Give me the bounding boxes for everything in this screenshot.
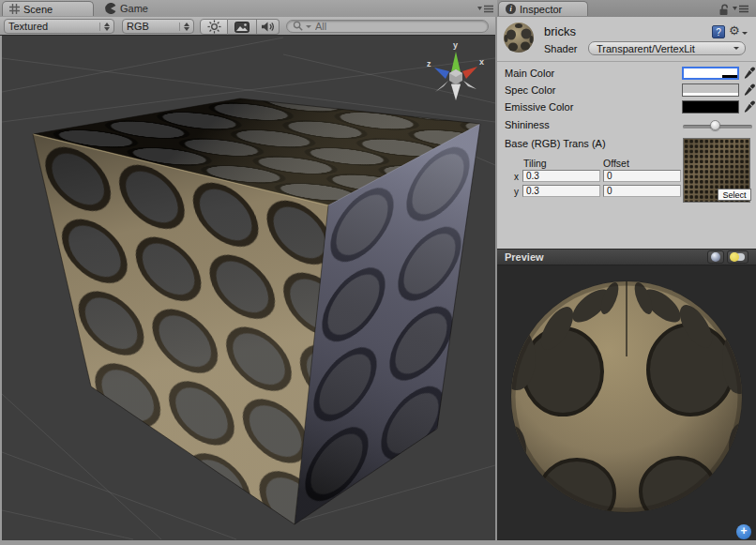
preview-title: Preview (505, 251, 707, 263)
help-icon[interactable]: ? (712, 25, 725, 38)
grid-icon (9, 4, 20, 14)
updown-arrows-icon (179, 23, 189, 31)
inspector-body: bricks Shader Transparent/VertexLit ? ⚙ … (497, 17, 756, 249)
tiling-y-label: y (514, 187, 519, 197)
tiling-y-field[interactable] (522, 185, 600, 197)
search-input[interactable] (313, 20, 482, 33)
scene-tabbar: Scene Game (0, 0, 497, 17)
magnifier-icon (293, 21, 304, 32)
tab-inspector[interactable]: i Inspector (498, 1, 588, 16)
gizmo-x-label: x (479, 57, 484, 67)
offset-x-field[interactable] (603, 170, 681, 182)
tab-game[interactable]: Game (98, 1, 156, 16)
scene-search[interactable] (286, 20, 489, 33)
gizmo-x-cone (462, 67, 477, 79)
inspector-panel-menu-icon[interactable] (733, 5, 749, 13)
preview-header[interactable]: Preview (497, 249, 756, 265)
separator (497, 61, 756, 62)
shader-value: Transparent/VertexLit (597, 43, 733, 54)
lamp-icon (730, 252, 746, 262)
tab-scene[interactable]: Scene (2, 1, 94, 16)
tiling-x-label: x (514, 172, 519, 182)
color-mode-value: RGB (127, 21, 175, 32)
eyedropper-icon[interactable] (743, 100, 755, 114)
gizmo-y-label: y (453, 40, 458, 50)
spec-color-label: Spec Color (505, 84, 555, 96)
gear-dropdown-arrow-icon[interactable] (742, 32, 748, 35)
preview-lighting-button[interactable] (727, 250, 748, 264)
gizmo-z-cone (434, 68, 449, 79)
textured-cube (33, 98, 480, 524)
tab-scene-label: Scene (23, 2, 53, 17)
panel-menu-icon (733, 5, 749, 13)
spec-color-well[interactable] (682, 83, 739, 97)
base-map-label: Base (RGB) Trans (A) (505, 138, 606, 149)
tiling-x-field[interactable] (522, 170, 600, 182)
sphere-icon (711, 252, 720, 262)
shininess-label: Shininess (505, 119, 550, 130)
search-filter-arrow-icon[interactable] (306, 25, 311, 28)
orientation-gizmo[interactable]: y x z (424, 38, 488, 103)
info-icon: i (506, 4, 516, 14)
material-preview-icon (503, 22, 535, 53)
sun-icon (207, 20, 221, 34)
audio-toggle-button[interactable] (257, 19, 280, 35)
scene-viewport[interactable]: y x z (2, 36, 495, 540)
texture-select-button[interactable]: Select (718, 189, 751, 201)
unity-editor-window: Scene Game i Inspector Textured RGB (0, 0, 756, 545)
scene-3d-render (2, 36, 495, 540)
render-mode-dropdown[interactable]: Textured (4, 19, 114, 34)
add-button[interactable]: + (736, 524, 751, 539)
color-mode-dropdown[interactable]: RGB (122, 19, 194, 34)
inspector-tabbar: i Inspector (497, 0, 756, 17)
preview-sphere-button[interactable] (707, 250, 724, 264)
tab-game-label: Game (120, 3, 148, 14)
game-icon (105, 3, 116, 14)
panel-menu-icon (477, 5, 494, 13)
offset-y-field[interactable] (603, 185, 681, 197)
offset-header: Offset (603, 158, 629, 169)
material-preview-area[interactable]: + (497, 265, 756, 540)
scene-panel-menu-icon[interactable] (477, 5, 494, 13)
shader-dropdown[interactable]: Transparent/VertexLit (588, 41, 746, 55)
scene-toolbar: Textured RGB (0, 17, 497, 36)
updown-arrows-icon (99, 23, 110, 31)
emissive-color-label: Emissive Color (505, 101, 573, 113)
shader-label: Shader (544, 43, 577, 54)
gizmo-z-label: z (427, 59, 431, 68)
gear-icon[interactable]: ⚙ (729, 24, 740, 38)
shininess-slider-thumb[interactable] (710, 120, 720, 130)
lighting-toggle-button[interactable] (200, 19, 228, 35)
dropdown-arrow-icon (733, 47, 739, 50)
speaker-icon (261, 21, 275, 33)
preview-sphere-render (509, 279, 744, 513)
eyedropper-icon[interactable] (743, 67, 755, 80)
main-color-well[interactable] (682, 67, 739, 80)
material-name: bricks (544, 24, 576, 38)
effects-toggle-button[interactable] (228, 19, 257, 35)
image-icon (234, 22, 249, 33)
main-color-label: Main Color (505, 68, 554, 79)
render-mode-value: Textured (8, 21, 96, 32)
emissive-color-well[interactable] (682, 100, 739, 114)
tiling-header: Tiling (523, 158, 547, 169)
tab-inspector-label: Inspector (520, 2, 562, 17)
gizmo-y-cone (451, 52, 461, 72)
eyedropper-icon[interactable] (743, 83, 755, 97)
